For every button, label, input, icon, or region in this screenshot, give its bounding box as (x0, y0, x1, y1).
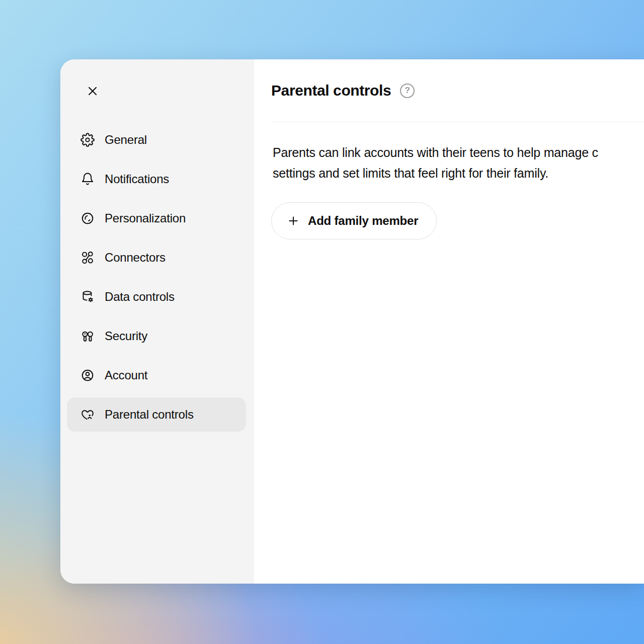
keys-icon (80, 329, 95, 343)
sidebar-item-notifications[interactable]: Notifications (67, 162, 246, 196)
sidebar-item-label: Personalization (105, 211, 186, 225)
divider (271, 122, 644, 122)
description-text: Parents can link accounts with their tee… (273, 142, 644, 184)
page-title: Parental controls (271, 80, 391, 101)
sidebar-item-label: Security (105, 329, 147, 343)
sidebar-item-parental-controls[interactable]: Parental controls (67, 397, 246, 432)
sidebar-item-connectors[interactable]: Connectors (67, 240, 246, 275)
personalization-icon (80, 211, 95, 225)
sidebar-nav: GeneralNotificationsPersonalizationConne… (67, 123, 246, 432)
bell-icon (80, 172, 95, 186)
sidebar-item-security[interactable]: Security (67, 319, 246, 353)
sidebar-item-personalization[interactable]: Personalization (67, 201, 246, 235)
sidebar-item-label: General (105, 133, 147, 147)
sidebar-item-label: Parental controls (105, 408, 194, 422)
database-gear-icon (80, 290, 95, 304)
plus-icon (287, 214, 300, 227)
close-button[interactable] (84, 82, 102, 100)
gear-icon (80, 133, 95, 147)
content-header: Parental controls ? (271, 80, 644, 101)
heart-person-icon (80, 408, 95, 422)
settings-sidebar: GeneralNotificationsPersonalizationConne… (60, 59, 253, 584)
sidebar-item-label: Account (105, 368, 147, 382)
settings-content: Parental controls ? Parents can link acc… (253, 59, 644, 584)
user-circle-icon (80, 368, 95, 382)
sidebar-item-label: Data controls (105, 290, 175, 304)
add-family-member-label: Add family member (308, 214, 418, 228)
sidebar-item-label: Notifications (105, 172, 169, 186)
sidebar-item-data-controls[interactable]: Data controls (67, 280, 246, 314)
sidebar-item-label: Connectors (105, 251, 166, 265)
close-icon (86, 84, 100, 98)
help-icon[interactable]: ? (400, 84, 415, 98)
settings-dialog: GeneralNotificationsPersonalizationConne… (60, 59, 644, 584)
connectors-icon (80, 251, 95, 265)
description-line-1: Parents can link accounts with their tee… (273, 142, 644, 163)
description-line-2: settings and set limits that feel right … (273, 163, 644, 184)
add-family-member-button[interactable]: Add family member (271, 202, 437, 239)
sidebar-item-general[interactable]: General (67, 123, 246, 157)
sidebar-item-account[interactable]: Account (67, 358, 246, 392)
